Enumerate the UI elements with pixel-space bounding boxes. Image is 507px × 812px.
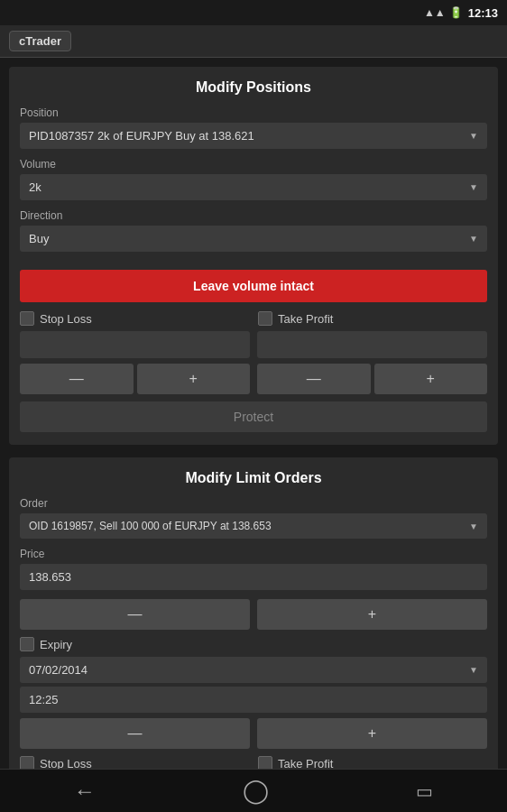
protect-button[interactable]: Protect <box>20 401 487 432</box>
modify-limit-orders-section: Modify Limit Orders Order OID 1619857, S… <box>9 457 498 769</box>
stop-loss-checkbox[interactable] <box>20 311 34 326</box>
tp-plus-icon: + <box>427 371 435 387</box>
take-profit-checkbox-item: Take Profit <box>258 311 487 326</box>
volume-field-group: Volume 2k ▼ <box>20 158 487 200</box>
position-select[interactable]: PID1087357 2k of EURJPY Buy at 138.621 ▼ <box>20 123 487 149</box>
time-input[interactable]: 12:25 <box>20 687 487 713</box>
tp-minus-icon: — <box>307 371 321 387</box>
stop-loss-label: Stop Loss <box>40 312 92 326</box>
home-button[interactable]: ◯ <box>243 777 269 805</box>
order-select[interactable]: OID 1619857, Sell 100 000 of EURJPY at 1… <box>20 513 487 539</box>
price-label: Price <box>20 548 487 560</box>
time-plus-button[interactable]: + <box>257 718 487 749</box>
stop-loss-plus-button[interactable]: + <box>137 364 251 394</box>
limit-sl-tp-checkbox-row: Stop Loss Take Profit <box>20 756 487 769</box>
expiry-checkbox-row: Expiry <box>20 637 487 651</box>
position-label: Position <box>20 106 487 119</box>
sl-plus-icon: + <box>189 371 198 387</box>
take-profit-label: Take Profit <box>278 312 333 326</box>
expiry-checkbox[interactable] <box>20 637 34 651</box>
limit-take-profit-checkbox[interactable] <box>258 756 272 769</box>
price-minus-button[interactable]: — <box>20 599 250 630</box>
order-value: OID 1619857, Sell 100 000 of EURJPY at 1… <box>29 520 272 532</box>
take-profit-input[interactable] <box>257 331 487 358</box>
app-header: cTrader <box>0 25 507 58</box>
volume-select[interactable]: 2k ▼ <box>20 174 487 200</box>
limit-take-profit-checkbox-item: Take Profit <box>258 756 487 769</box>
direction-select[interactable]: Buy ▼ <box>20 226 487 252</box>
time-minus-button[interactable]: — <box>20 718 250 749</box>
modify-positions-title: Modify Positions <box>20 79 487 96</box>
volume-label: Volume <box>20 158 487 171</box>
take-profit-stepper: — + <box>257 364 487 394</box>
modify-positions-section: Modify Positions Position PID1087357 2k … <box>9 67 498 445</box>
modify-limit-orders-title: Modify Limit Orders <box>20 470 487 486</box>
sl-tp-steppers: — + — + <box>20 364 487 394</box>
sl-tp-inputs <box>20 331 487 358</box>
expiry-label: Expiry <box>40 638 72 651</box>
date-value: 07/02/2014 <box>29 663 88 677</box>
order-chevron-icon: ▼ <box>469 521 478 531</box>
order-field-group: Order OID 1619857, Sell 100 000 of EURJP… <box>20 497 487 539</box>
app-title-button[interactable]: cTrader <box>9 31 71 51</box>
leave-volume-button[interactable]: Leave volume intact <box>20 270 487 302</box>
battery-icon: 🔋 <box>449 6 463 19</box>
volume-value: 2k <box>29 180 41 194</box>
stop-loss-minus-button[interactable]: — <box>20 364 134 394</box>
order-label: Order <box>20 497 487 510</box>
take-profit-plus-button[interactable]: + <box>374 364 488 394</box>
status-time: 12:13 <box>468 6 498 20</box>
nav-bar: ← ◯ ▭ <box>0 769 507 812</box>
take-profit-minus-button[interactable]: — <box>257 364 371 394</box>
price-field-group: Price 138.653 <box>20 548 487 590</box>
price-steppers: — + <box>20 599 487 630</box>
back-button[interactable]: ← <box>74 779 96 804</box>
sl-tp-checkbox-row: Stop Loss Take Profit <box>20 311 487 326</box>
stop-loss-input[interactable] <box>20 331 250 358</box>
limit-stop-loss-label: Stop Loss <box>40 757 92 770</box>
volume-chevron-icon: ▼ <box>469 182 478 192</box>
price-plus-button[interactable]: + <box>257 599 487 630</box>
position-field-group: Position PID1087357 2k of EURJPY Buy at … <box>20 106 487 149</box>
main-content: Modify Positions Position PID1087357 2k … <box>0 58 507 769</box>
limit-stop-loss-checkbox-item: Stop Loss <box>20 756 249 769</box>
direction-field-group: Direction Buy ▼ <box>20 209 487 252</box>
direction-value: Buy <box>29 232 49 245</box>
date-chevron-icon: ▼ <box>469 665 478 675</box>
date-select[interactable]: 07/02/2014 ▼ <box>20 657 487 683</box>
sl-minus-icon: — <box>69 371 84 387</box>
limit-take-profit-label: Take Profit <box>278 757 333 770</box>
stop-loss-stepper: — + <box>20 364 250 394</box>
stop-loss-checkbox-item: Stop Loss <box>20 311 249 326</box>
status-bar: ▲▲ 🔋 12:13 <box>0 0 507 25</box>
time-steppers: — + <box>20 718 487 749</box>
direction-label: Direction <box>20 209 487 222</box>
limit-stop-loss-checkbox[interactable] <box>20 756 34 769</box>
status-icons: ▲▲ 🔋 <box>424 6 463 19</box>
wifi-icon: ▲▲ <box>424 6 446 19</box>
recent-apps-button[interactable]: ▭ <box>416 780 433 802</box>
direction-chevron-icon: ▼ <box>469 234 478 244</box>
price-input[interactable]: 138.653 <box>20 564 487 590</box>
position-value: PID1087357 2k of EURJPY Buy at 138.621 <box>29 129 254 143</box>
position-chevron-icon: ▼ <box>469 131 478 141</box>
take-profit-checkbox[interactable] <box>258 311 272 326</box>
